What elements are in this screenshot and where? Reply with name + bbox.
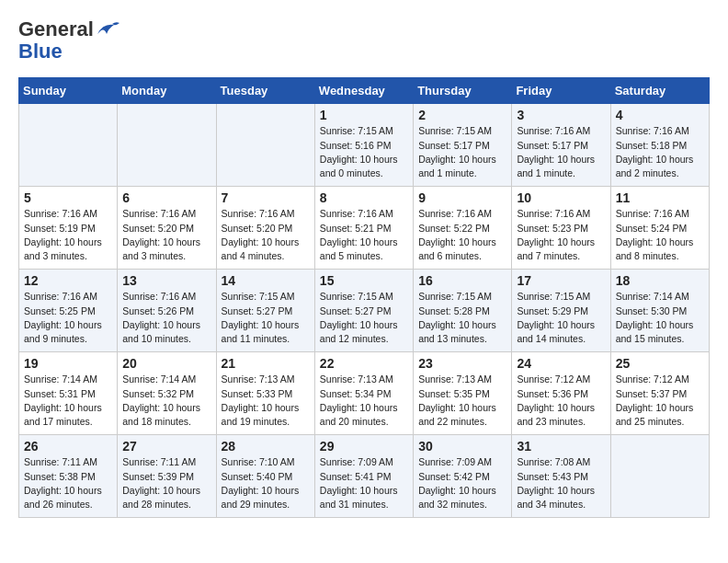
calendar-day-cell: 3Sunrise: 7:16 AM Sunset: 5:17 PM Daylig… xyxy=(512,104,610,187)
day-number: 27 xyxy=(122,439,210,454)
day-info: Sunrise: 7:13 AM Sunset: 5:33 PM Dayligh… xyxy=(222,373,310,429)
day-number: 29 xyxy=(320,439,408,454)
calendar-day-cell: 15Sunrise: 7:15 AM Sunset: 5:27 PM Dayli… xyxy=(314,270,413,352)
day-number: 24 xyxy=(517,356,605,371)
col-header-friday: Friday xyxy=(512,78,610,104)
calendar-day-cell: 26Sunrise: 7:11 AM Sunset: 5:38 PM Dayli… xyxy=(19,435,118,518)
col-header-thursday: Thursday xyxy=(414,78,512,104)
day-info: Sunrise: 7:11 AM Sunset: 5:39 PM Dayligh… xyxy=(122,455,210,511)
calendar-day-cell: 13Sunrise: 7:16 AM Sunset: 5:26 PM Dayli… xyxy=(118,270,216,352)
day-number: 16 xyxy=(418,273,506,288)
calendar-table: SundayMondayTuesdayWednesdayThursdayFrid… xyxy=(18,77,710,518)
calendar-day-cell: 8Sunrise: 7:16 AM Sunset: 5:21 PM Daylig… xyxy=(314,187,413,270)
calendar-day-cell: 12Sunrise: 7:16 AM Sunset: 5:25 PM Dayli… xyxy=(19,270,118,352)
day-info: Sunrise: 7:15 AM Sunset: 5:27 PM Dayligh… xyxy=(222,290,310,346)
day-number: 3 xyxy=(517,108,605,122)
day-number: 13 xyxy=(122,273,210,288)
day-info: Sunrise: 7:16 AM Sunset: 5:24 PM Dayligh… xyxy=(616,207,704,263)
day-number: 12 xyxy=(24,273,112,288)
calendar-day-cell: 19Sunrise: 7:14 AM Sunset: 5:31 PM Dayli… xyxy=(19,352,118,435)
day-info: Sunrise: 7:16 AM Sunset: 5:25 PM Dayligh… xyxy=(24,290,112,346)
col-header-sunday: Sunday xyxy=(19,78,118,104)
calendar-day-cell: 10Sunrise: 7:16 AM Sunset: 5:23 PM Dayli… xyxy=(512,187,610,270)
day-number: 7 xyxy=(222,190,310,205)
day-number: 11 xyxy=(616,190,704,205)
day-number: 28 xyxy=(222,439,310,454)
calendar-week-row: 19Sunrise: 7:14 AM Sunset: 5:31 PM Dayli… xyxy=(19,352,710,435)
calendar-header-row: SundayMondayTuesdayWednesdayThursdayFrid… xyxy=(19,78,710,104)
calendar-day-cell: 22Sunrise: 7:13 AM Sunset: 5:34 PM Dayli… xyxy=(314,352,413,435)
calendar-day-cell: 16Sunrise: 7:15 AM Sunset: 5:28 PM Dayli… xyxy=(414,270,512,352)
day-number: 21 xyxy=(222,356,310,371)
day-info: Sunrise: 7:13 AM Sunset: 5:35 PM Dayligh… xyxy=(418,373,506,429)
day-info: Sunrise: 7:14 AM Sunset: 5:32 PM Dayligh… xyxy=(122,373,210,429)
day-info: Sunrise: 7:14 AM Sunset: 5:31 PM Dayligh… xyxy=(24,373,112,429)
calendar-day-cell: 27Sunrise: 7:11 AM Sunset: 5:39 PM Dayli… xyxy=(118,435,216,518)
calendar-day-cell: 17Sunrise: 7:15 AM Sunset: 5:29 PM Dayli… xyxy=(512,270,610,352)
day-info: Sunrise: 7:12 AM Sunset: 5:36 PM Dayligh… xyxy=(517,373,605,429)
day-number: 18 xyxy=(616,273,704,288)
calendar-day-cell: 25Sunrise: 7:12 AM Sunset: 5:37 PM Dayli… xyxy=(610,352,709,435)
calendar-day-cell: 2Sunrise: 7:15 AM Sunset: 5:17 PM Daylig… xyxy=(414,104,512,187)
calendar-day-cell: 4Sunrise: 7:16 AM Sunset: 5:18 PM Daylig… xyxy=(610,104,709,187)
calendar-day-cell: 29Sunrise: 7:09 AM Sunset: 5:41 PM Dayli… xyxy=(314,435,413,518)
empty-cell xyxy=(19,104,118,187)
day-info: Sunrise: 7:16 AM Sunset: 5:20 PM Dayligh… xyxy=(122,207,210,263)
logo-bird-icon xyxy=(96,21,119,40)
day-info: Sunrise: 7:12 AM Sunset: 5:37 PM Dayligh… xyxy=(616,373,704,429)
day-info: Sunrise: 7:16 AM Sunset: 5:17 PM Dayligh… xyxy=(517,124,605,180)
day-number: 8 xyxy=(320,190,408,205)
day-info: Sunrise: 7:16 AM Sunset: 5:18 PM Dayligh… xyxy=(616,124,704,180)
calendar-day-cell: 14Sunrise: 7:15 AM Sunset: 5:27 PM Dayli… xyxy=(216,270,314,352)
day-info: Sunrise: 7:15 AM Sunset: 5:16 PM Dayligh… xyxy=(320,124,408,180)
empty-cell xyxy=(216,104,314,187)
day-info: Sunrise: 7:16 AM Sunset: 5:22 PM Dayligh… xyxy=(418,207,506,263)
day-info: Sunrise: 7:16 AM Sunset: 5:26 PM Dayligh… xyxy=(122,290,210,346)
day-info: Sunrise: 7:16 AM Sunset: 5:20 PM Dayligh… xyxy=(222,207,310,263)
logo-text: General Blue xyxy=(18,18,121,63)
logo-blue: Blue xyxy=(18,40,63,63)
calendar-week-row: 1Sunrise: 7:15 AM Sunset: 5:16 PM Daylig… xyxy=(19,104,710,187)
day-number: 23 xyxy=(418,356,506,371)
day-number: 14 xyxy=(222,273,310,288)
day-number: 26 xyxy=(24,439,112,454)
day-number: 10 xyxy=(517,190,605,205)
day-number: 17 xyxy=(517,273,605,288)
calendar-week-row: 12Sunrise: 7:16 AM Sunset: 5:25 PM Dayli… xyxy=(19,270,710,352)
day-number: 4 xyxy=(616,108,704,122)
col-header-monday: Monday xyxy=(118,78,216,104)
day-number: 5 xyxy=(24,190,112,205)
logo: General Blue xyxy=(18,18,121,63)
day-number: 9 xyxy=(418,190,506,205)
page-header: General Blue xyxy=(18,18,710,63)
calendar-day-cell: 20Sunrise: 7:14 AM Sunset: 5:32 PM Dayli… xyxy=(118,352,216,435)
day-info: Sunrise: 7:13 AM Sunset: 5:34 PM Dayligh… xyxy=(320,373,408,429)
col-header-saturday: Saturday xyxy=(610,78,709,104)
empty-cell xyxy=(118,104,216,187)
calendar-day-cell: 23Sunrise: 7:13 AM Sunset: 5:35 PM Dayli… xyxy=(414,352,512,435)
calendar-day-cell: 1Sunrise: 7:15 AM Sunset: 5:16 PM Daylig… xyxy=(314,104,413,187)
day-number: 31 xyxy=(517,439,605,454)
calendar-day-cell: 31Sunrise: 7:08 AM Sunset: 5:43 PM Dayli… xyxy=(512,435,610,518)
col-header-tuesday: Tuesday xyxy=(216,78,314,104)
calendar-day-cell: 6Sunrise: 7:16 AM Sunset: 5:20 PM Daylig… xyxy=(118,187,216,270)
day-info: Sunrise: 7:15 AM Sunset: 5:29 PM Dayligh… xyxy=(517,290,605,346)
calendar-day-cell: 21Sunrise: 7:13 AM Sunset: 5:33 PM Dayli… xyxy=(216,352,314,435)
day-info: Sunrise: 7:16 AM Sunset: 5:23 PM Dayligh… xyxy=(517,207,605,263)
day-number: 1 xyxy=(320,108,408,122)
day-info: Sunrise: 7:09 AM Sunset: 5:41 PM Dayligh… xyxy=(320,455,408,511)
day-info: Sunrise: 7:10 AM Sunset: 5:40 PM Dayligh… xyxy=(222,455,310,511)
calendar-day-cell: 30Sunrise: 7:09 AM Sunset: 5:42 PM Dayli… xyxy=(414,435,512,518)
calendar-day-cell: 24Sunrise: 7:12 AM Sunset: 5:36 PM Dayli… xyxy=(512,352,610,435)
day-number: 20 xyxy=(122,356,210,371)
calendar-week-row: 5Sunrise: 7:16 AM Sunset: 5:19 PM Daylig… xyxy=(19,187,710,270)
day-number: 2 xyxy=(418,108,506,122)
day-number: 30 xyxy=(418,439,506,454)
day-info: Sunrise: 7:11 AM Sunset: 5:38 PM Dayligh… xyxy=(24,455,112,511)
calendar-day-cell: 5Sunrise: 7:16 AM Sunset: 5:19 PM Daylig… xyxy=(19,187,118,270)
day-number: 22 xyxy=(320,356,408,371)
day-number: 6 xyxy=(122,190,210,205)
day-number: 15 xyxy=(320,273,408,288)
day-info: Sunrise: 7:08 AM Sunset: 5:43 PM Dayligh… xyxy=(517,455,605,511)
day-info: Sunrise: 7:15 AM Sunset: 5:17 PM Dayligh… xyxy=(418,124,506,180)
